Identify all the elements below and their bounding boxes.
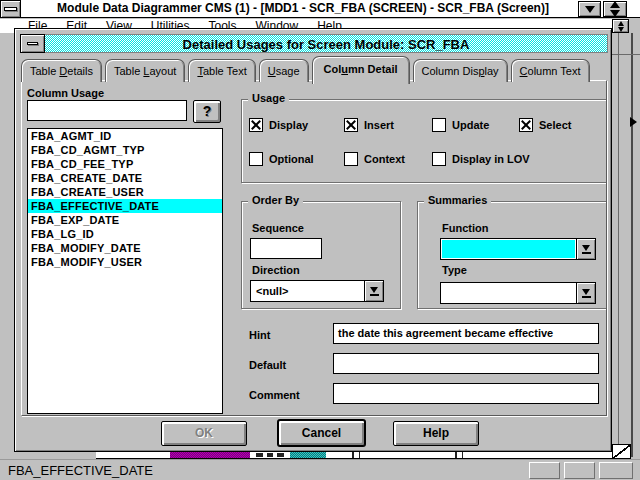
tab-column-detail[interactable]: Column Detail [312, 56, 410, 84]
diagram-fragment [256, 453, 263, 457]
dialog-title: Detailed Usages for Screen Module: SCR_F… [45, 34, 608, 53]
dialog-control-menu-button[interactable] [20, 34, 45, 53]
page-corner-icon [612, 444, 631, 459]
list-item-fba-effective-date[interactable]: FBA_EFFECTIVE_DATE [28, 199, 222, 213]
lookup-button[interactable]: ? [193, 100, 221, 123]
column-usage-list[interactable]: FBA_AGMT_IDFBA_CD_AGMT_TYPFBA_CD_FEE_TYP… [27, 128, 223, 414]
control-menu-icon [4, 7, 17, 11]
app-control-menu-button[interactable] [0, 0, 21, 18]
list-item-fba-modify-date[interactable]: FBA_MODIFY_DATE [28, 241, 222, 255]
list-item-fba-exp-date[interactable]: FBA_EXP_DATE [28, 213, 222, 227]
minimize-button[interactable] [578, 1, 601, 17]
ok-button[interactable]: OK [161, 421, 247, 446]
status-text: FBA_EFFECTIVE_DATE [8, 463, 153, 478]
question-mark-icon: ? [203, 103, 212, 119]
down-arrow-icon [585, 6, 595, 13]
scroll-arrow-icon [630, 117, 637, 127]
status-panel [564, 462, 595, 479]
tab-bar: Table DetailsTable LayoutTable TextUsage… [21, 54, 590, 82]
help-button[interactable]: Help [393, 421, 479, 446]
app-title-bar: Module Data Diagrammer CMS (1) - [MDD1 -… [0, 0, 640, 18]
down-arrow-icon [618, 27, 624, 32]
tab-column-text[interactable]: Column Text [511, 59, 590, 82]
list-item-fba-cd-fee-typ[interactable]: FBA_CD_FEE_TYP [28, 157, 222, 171]
diagram-fragment [267, 453, 273, 457]
dialog-title-bar: Detailed Usages for Screen Module: SCR_F… [20, 34, 608, 53]
status-bar: FBA_EFFECTIVE_DATE [0, 459, 640, 480]
list-item-fba-modify-user[interactable]: FBA_MODIFY_USER [28, 255, 222, 269]
tab-column-display[interactable]: Column Display [413, 59, 508, 82]
list-item-fba-cd-agmt-typ[interactable]: FBA_CD_AGMT_TYP [28, 143, 222, 157]
mdi-child-restore-button[interactable] [612, 19, 629, 33]
background-window-edge [618, 33, 619, 457]
background-window-edge [612, 54, 640, 55]
control-menu-icon [27, 42, 38, 45]
status-panel [529, 462, 560, 479]
column-usage-input[interactable] [27, 100, 187, 121]
diagram-fragment [277, 453, 284, 457]
detailed-usages-dialog: Detailed Usages for Screen Module: SCR_F… [14, 28, 612, 452]
background-window-edge [631, 33, 633, 457]
tab-usage[interactable]: Usage [259, 59, 309, 82]
tab-table-layout[interactable]: Table Layout [105, 59, 185, 82]
tab-table-text[interactable]: Table Text [188, 59, 255, 82]
up-arrow-icon [618, 21, 624, 26]
tab-table-details[interactable]: Table Details [21, 59, 102, 82]
cancel-button[interactable]: Cancel [278, 420, 365, 446]
list-item-fba-create-user[interactable]: FBA_CREATE_USER [28, 185, 222, 199]
list-item-fba-agmt-id[interactable]: FBA_AGMT_ID [28, 129, 222, 143]
list-item-fba-lg-id[interactable]: FBA_LG_ID [28, 227, 222, 241]
app-title: Module Data Diagrammer CMS (1) - [MDD1 -… [32, 0, 574, 18]
up-arrow-icon [610, 1, 620, 8]
down-arrow-icon [610, 10, 620, 17]
status-panel [599, 462, 633, 479]
restore-button[interactable] [603, 1, 627, 17]
list-item-fba-create-date[interactable]: FBA_CREATE_DATE [28, 171, 222, 185]
